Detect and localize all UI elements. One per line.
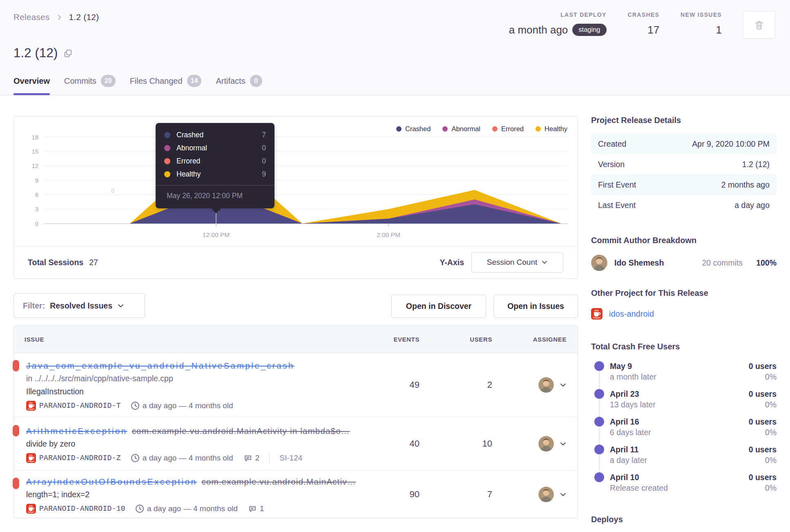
tooltip-series-row: Errored 0 bbox=[164, 154, 266, 168]
issue-age-text: a day ago — 4 months old bbox=[147, 504, 238, 513]
issue-short-id: PARANOID-ANDROID-10 bbox=[26, 504, 125, 514]
filter-value: Resolved Issues bbox=[50, 301, 112, 311]
filter-label: Filter: bbox=[23, 301, 45, 311]
chart-tooltip: Crashed 7 Abnormal 0 Errored 0 bbox=[156, 123, 274, 208]
legend-item[interactable]: Errored bbox=[492, 125, 524, 133]
tab-count-badge: 0 bbox=[250, 75, 262, 87]
tooltip-series-value: 0 bbox=[262, 144, 266, 152]
breadcrumb-releases[interactable]: Releases bbox=[13, 12, 50, 22]
issues-filter-dropdown[interactable]: Filter: Resolved Issues bbox=[13, 293, 145, 318]
tooltip-arrow bbox=[211, 208, 221, 213]
tab[interactable]: Overview bbox=[13, 75, 50, 95]
tab-count-badge: 20 bbox=[101, 75, 116, 87]
details-value: 1.2 (12) bbox=[742, 160, 770, 169]
java-platform-icon bbox=[26, 401, 36, 411]
details-value: 2 months ago bbox=[721, 180, 770, 190]
legend-item[interactable]: Healthy bbox=[536, 125, 567, 133]
other-project-section: Other Project for This Release idos-andr… bbox=[591, 288, 777, 320]
details-row: First Event 2 months ago bbox=[591, 174, 777, 195]
timeline-percent: 0% bbox=[765, 400, 777, 409]
issue-annotation-link[interactable]: SI-124 bbox=[279, 454, 302, 463]
release-detail-page: Releases 1.2 (12) 1.2 (12) LAST DEPLOY a… bbox=[0, 0, 790, 532]
column-header-issue: Issue bbox=[25, 336, 362, 343]
commit-author-row: Ido Shemesh 20 commits 100% bbox=[591, 255, 777, 271]
issues-table: Issue Events Users Assignee Java_com_exa… bbox=[13, 325, 578, 518]
issue-age-text: a day ago — 4 months old bbox=[143, 454, 233, 463]
issue-summary: ArithmeticExceptioncom.example.vu.androi… bbox=[25, 419, 362, 469]
tab[interactable]: Commits 20 bbox=[64, 75, 116, 95]
total-sessions-value: 27 bbox=[89, 258, 98, 267]
tab[interactable]: Files Changed 14 bbox=[130, 75, 202, 95]
sessions-area-chart[interactable]: 036912151812:00 PM2:00 PM bbox=[14, 116, 578, 247]
tooltip-series-name: Crashed bbox=[176, 131, 262, 139]
assignee-avatar[interactable] bbox=[538, 487, 554, 502]
issue-row: ArithmeticExceptioncom.example.vu.androi… bbox=[14, 417, 578, 471]
java-platform-icon bbox=[26, 453, 36, 463]
legend-item[interactable]: Crashed bbox=[396, 125, 431, 133]
timeline-dot bbox=[594, 445, 604, 454]
chevron-down-icon[interactable] bbox=[560, 382, 567, 389]
open-in-discover-button[interactable]: Open in Discover bbox=[391, 295, 486, 318]
timeline-users: 0 users bbox=[749, 417, 777, 427]
open-in-issues-button[interactable]: Open in Issues bbox=[493, 295, 578, 318]
header-stats: LAST DEPLOY a month ago staging CRASHES … bbox=[488, 11, 775, 39]
issue-title-link[interactable]: ArrayIndexOutOfBoundsException bbox=[26, 477, 197, 486]
copy-icon[interactable] bbox=[64, 49, 72, 58]
timeline-percent: 0% bbox=[765, 427, 777, 437]
timeline-entry: April 16 0 users 6 days later 0% bbox=[591, 417, 777, 437]
issue-assignee bbox=[492, 377, 567, 393]
issues-controls: Filter: Resolved Issues Open in Discover… bbox=[13, 293, 578, 318]
issue-title-link[interactable]: ArithmeticException bbox=[26, 426, 127, 436]
chart-point-label: 0 bbox=[111, 187, 114, 194]
tooltip-series-row: Crashed 7 bbox=[164, 128, 266, 141]
legend-dot bbox=[396, 126, 402, 132]
issue-row: ArrayIndexOutOfBoundsExceptioncom.exampl… bbox=[14, 471, 578, 518]
legend-dot bbox=[442, 126, 448, 132]
comment-icon bbox=[248, 505, 257, 513]
tab-count-badge: 14 bbox=[187, 75, 202, 87]
issues-table-header: Issue Events Users Assignee bbox=[14, 326, 578, 353]
assignee-avatar[interactable] bbox=[538, 377, 554, 393]
issue-events-count: 90 bbox=[362, 489, 420, 500]
yaxis-select[interactable]: Session Count bbox=[471, 252, 563, 273]
error-level-indicator bbox=[13, 360, 19, 371]
author-commit-count: 20 commits bbox=[702, 258, 743, 268]
timeline-date: May 9 bbox=[610, 362, 749, 371]
tooltip-series-row: Healthy 9 bbox=[164, 168, 266, 181]
timeline-percent: 0% bbox=[765, 372, 777, 382]
tooltip-series-dot bbox=[164, 171, 170, 177]
timeline-sub: a day later bbox=[610, 455, 765, 465]
tooltip-series-row: Abnormal 0 bbox=[164, 141, 266, 154]
assignee-avatar[interactable] bbox=[538, 436, 554, 452]
timeline-dot bbox=[594, 389, 604, 399]
timeline-entry: May 9 0 users a month later 0% bbox=[591, 362, 777, 382]
chevron-down-icon[interactable] bbox=[560, 440, 567, 447]
yaxis-label: Y-Axis bbox=[440, 258, 464, 267]
tooltip-series-dot bbox=[164, 132, 170, 138]
stat-value: a month ago bbox=[509, 24, 568, 36]
delete-release-button[interactable] bbox=[743, 11, 775, 39]
chevron-down-icon[interactable] bbox=[560, 491, 567, 498]
issue-location: in ../../../../src/main/cpp/native-sampl… bbox=[26, 372, 362, 385]
issue-comment-count: 1 bbox=[260, 504, 264, 513]
tooltip-series-name: Healthy bbox=[176, 170, 262, 179]
tooltip-date: May 26, 2020 12:00 PM bbox=[156, 186, 274, 208]
details-key: Version bbox=[598, 160, 742, 169]
issue-age: a day ago — 4 months old bbox=[131, 401, 233, 410]
issue-title-link[interactable]: Java_com_example_vu_android_NativeSample… bbox=[26, 361, 295, 370]
issue-culprit: com.example.vu.android.MainActivity in l… bbox=[132, 426, 350, 436]
issue-comments: 2 bbox=[244, 454, 260, 463]
legend-dot bbox=[492, 126, 498, 132]
tab[interactable]: Artifacts 0 bbox=[216, 75, 262, 95]
y-axis-tick-label: 9 bbox=[35, 177, 38, 184]
short-id-text: PARANOID-ANDROID-T bbox=[39, 402, 121, 410]
details-key: Last Event bbox=[598, 201, 734, 210]
timeline-users: 0 users bbox=[749, 445, 777, 454]
tooltip-series-value: 0 bbox=[262, 157, 266, 165]
other-project-link[interactable]: idos-android bbox=[609, 309, 654, 319]
legend-item[interactable]: Abnormal bbox=[442, 125, 480, 133]
breadcrumb-current: 1.2 (12) bbox=[69, 12, 99, 22]
chevron-right-icon bbox=[56, 14, 63, 21]
tooltip-series-dot bbox=[164, 145, 170, 151]
section-heading-other-project: Other Project for This Release bbox=[591, 288, 777, 298]
